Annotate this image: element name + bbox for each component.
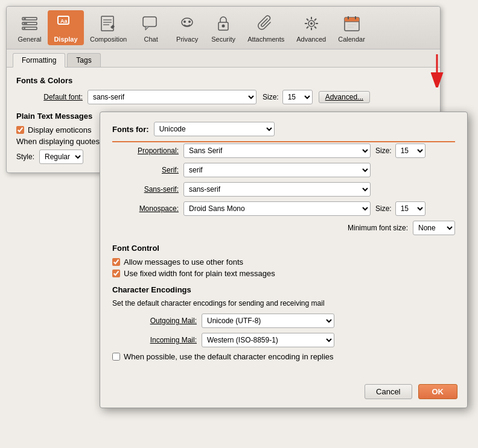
- monospace-size-label: Size:: [375, 204, 392, 213]
- svg-line-25: [314, 27, 316, 28]
- allow-fonts-row: Allow messages to use other fonts: [112, 257, 455, 267]
- toolbar-item-display[interactable]: Aa Display: [48, 10, 84, 45]
- svg-rect-29: [345, 17, 359, 22]
- default-font-row: Default font: sans-serif Size: 15 Advanc…: [16, 90, 430, 104]
- svg-point-13: [182, 18, 193, 27]
- fixed-width-checkbox[interactable]: [112, 270, 120, 277]
- monospace-size-select[interactable]: 15: [395, 201, 425, 216]
- toolbar-chat-label: Chat: [144, 36, 158, 43]
- proportional-label: Proportional:: [112, 147, 179, 155]
- red-arrow-down: [425, 54, 449, 87]
- monospace-label: Monospace:: [112, 204, 179, 213]
- default-font-label: Default font:: [16, 93, 83, 101]
- chat-icon: [140, 13, 162, 34]
- min-font-row: Minimum font size: None: [112, 221, 455, 235]
- display-emoticons-label: Display emoticons: [28, 125, 92, 134]
- tabs-bar: Formatting Tags: [7, 49, 440, 68]
- tab-formatting[interactable]: Formatting: [13, 53, 65, 68]
- proportional-size-label: Size:: [375, 147, 392, 155]
- attachments-icon: [255, 13, 277, 34]
- display-icon: Aa: [55, 13, 77, 34]
- toolbar-security-label: Security: [211, 36, 235, 43]
- privacy-icon: [176, 13, 198, 34]
- sans-serif-row: Sans-serif: sans-serif: [112, 182, 455, 197]
- serif-label: Serif:: [112, 166, 179, 174]
- svg-point-17: [222, 25, 225, 28]
- toolbar-item-general[interactable]: General: [11, 10, 48, 45]
- cancel-button[interactable]: Cancel: [365, 384, 412, 399]
- style-select[interactable]: Regular: [39, 150, 83, 164]
- svg-line-27: [307, 27, 308, 28]
- outgoing-select[interactable]: Unicode (UTF-8): [202, 314, 334, 328]
- advanced-icon: [301, 13, 322, 34]
- char-encodings-desc: Set the default character encodings for …: [112, 299, 455, 308]
- toolbar: General Aa Display: [7, 7, 440, 49]
- svg-line-24: [307, 19, 308, 21]
- char-encoding-section: Character Encodings Set the default char…: [112, 285, 455, 361]
- min-font-select[interactable]: None: [413, 221, 455, 235]
- svg-rect-8: [101, 16, 113, 31]
- monospace-row: Monospace: Droid Sans Mono Size: 15: [112, 201, 455, 216]
- advanced-button[interactable]: Advanced...: [319, 91, 370, 103]
- toolbar-general-label: General: [18, 36, 41, 43]
- fixed-width-row: Use fixed width font for plain text mess…: [112, 269, 455, 278]
- incoming-mail-row: Incoming Mail: Western (ISO-8859-1): [124, 333, 455, 347]
- dialog-footer: Cancel OK: [100, 378, 467, 408]
- toolbar-privacy-label: Privacy: [176, 36, 198, 43]
- toolbar-composition-label: Composition: [90, 36, 127, 43]
- default-encoding-checkbox[interactable]: [112, 353, 120, 361]
- fonts-for-select[interactable]: Unicode: [154, 122, 275, 136]
- svg-point-15: [188, 21, 191, 23]
- composition-icon: [98, 13, 119, 34]
- ok-button[interactable]: OK: [418, 384, 458, 399]
- sans-serif-label: Sans-serif:: [112, 185, 179, 194]
- proportional-select[interactable]: Sans Serif: [183, 144, 371, 158]
- default-encoding-label: When possible, use the default character…: [124, 352, 334, 361]
- serif-select[interactable]: serif: [183, 163, 371, 177]
- tab-tags[interactable]: Tags: [67, 53, 100, 67]
- toolbar-item-security[interactable]: Security: [205, 10, 241, 45]
- allow-fonts-checkbox[interactable]: [112, 258, 120, 266]
- char-encodings-title: Character Encodings: [112, 285, 455, 294]
- svg-rect-12: [143, 17, 156, 27]
- proportional-size-select[interactable]: 15: [395, 144, 425, 158]
- toolbar-item-chat[interactable]: Chat: [133, 10, 169, 45]
- dialog-content: Fonts for: Unicode Proportional: Sans Se…: [100, 112, 467, 378]
- font-control-section: Font Control Allow messages to use other…: [112, 244, 455, 278]
- toolbar-item-privacy[interactable]: Privacy: [169, 10, 205, 45]
- toolbar-attachments-label: Attachments: [247, 36, 284, 43]
- size-label: Size:: [263, 93, 279, 101]
- fonts-for-label: Fonts for:: [112, 125, 149, 134]
- fonts-colors-title: Fonts & Colors: [16, 76, 430, 85]
- security-icon: [212, 13, 234, 34]
- advanced-dialog: Fonts for: Unicode Proportional: Sans Se…: [100, 112, 468, 408]
- min-font-label: Minimum font size:: [348, 224, 408, 232]
- toolbar-item-composition[interactable]: Composition: [84, 10, 133, 45]
- fonts-for-row: Fonts for: Unicode: [112, 122, 455, 142]
- serif-row: Serif: serif: [112, 163, 455, 177]
- toolbar-item-attachments[interactable]: Attachments: [241, 10, 290, 45]
- toolbar-calendar-label: Calendar: [338, 36, 365, 43]
- outgoing-mail-row: Outgoing Mail: Unicode (UTF-8): [124, 314, 455, 328]
- default-encoding-row: When possible, use the default character…: [112, 352, 455, 361]
- svg-line-26: [314, 19, 316, 21]
- toolbar-item-advanced[interactable]: Advanced: [290, 10, 332, 45]
- proportional-row: Proportional: Sans Serif Size: 15: [112, 144, 455, 158]
- font-control-title: Font Control: [112, 244, 455, 253]
- display-emoticons-checkbox[interactable]: [16, 126, 24, 134]
- sans-serif-select[interactable]: sans-serif: [183, 182, 371, 197]
- quote-style-label: When displaying quotes: [16, 137, 100, 146]
- toolbar-advanced-label: Advanced: [296, 36, 326, 43]
- svg-point-19: [310, 22, 313, 25]
- default-font-size-select[interactable]: 15: [282, 90, 313, 104]
- toolbar-item-calendar[interactable]: Calendar: [332, 10, 371, 45]
- monospace-select[interactable]: Droid Sans Mono: [183, 201, 371, 216]
- incoming-select[interactable]: Western (ISO-8859-1): [202, 333, 334, 347]
- outgoing-label: Outgoing Mail:: [124, 317, 197, 325]
- incoming-label: Incoming Mail:: [124, 336, 197, 344]
- general-icon: [19, 13, 40, 34]
- allow-fonts-label: Allow messages to use other fonts: [124, 257, 243, 267]
- style-label: Style:: [16, 153, 34, 161]
- default-font-select[interactable]: sans-serif: [88, 90, 257, 104]
- svg-text:Aa: Aa: [60, 18, 68, 24]
